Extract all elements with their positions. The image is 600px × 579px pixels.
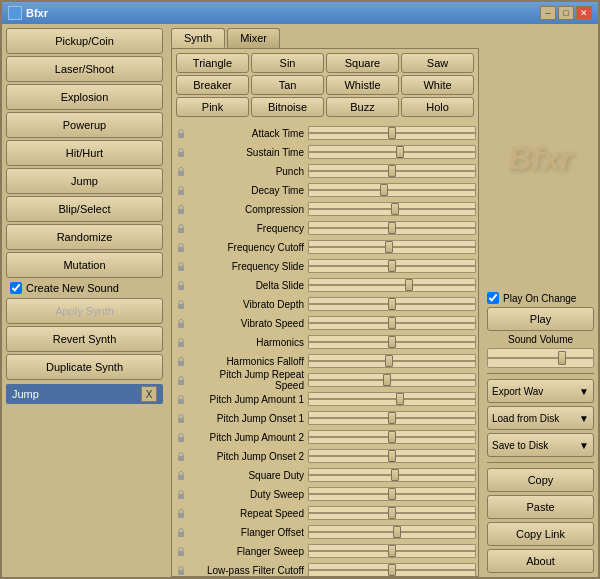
breaker-btn[interactable]: Breaker	[176, 75, 249, 95]
param-lock-icon[interactable]	[174, 525, 188, 539]
param-slider[interactable]	[308, 411, 476, 425]
revert-synth-button[interactable]: Revert Synth	[6, 326, 163, 352]
param-lock-icon[interactable]	[174, 392, 188, 406]
synth-tab[interactable]: Synth	[171, 28, 225, 48]
square-btn[interactable]: Square	[326, 53, 399, 73]
param-lock-icon[interactable]	[174, 202, 188, 216]
param-slider[interactable]	[308, 259, 476, 273]
slider-thumb[interactable]	[388, 431, 396, 443]
laser-shoot-button[interactable]: Laser/Shoot	[6, 56, 163, 82]
play-on-change-checkbox[interactable]	[487, 292, 499, 304]
slider-thumb[interactable]	[388, 165, 396, 177]
holo-btn[interactable]: Holo	[401, 97, 474, 117]
slider-thumb[interactable]	[388, 564, 396, 576]
minimize-button[interactable]: –	[540, 6, 556, 20]
slider-thumb[interactable]	[388, 336, 396, 348]
saw-btn[interactable]: Saw	[401, 53, 474, 73]
volume-slider[interactable]	[487, 348, 594, 368]
param-slider[interactable]	[308, 240, 476, 254]
param-lock-icon[interactable]	[174, 544, 188, 558]
randomize-button[interactable]: Randomize	[6, 224, 163, 250]
param-slider[interactable]	[308, 164, 476, 178]
param-slider[interactable]	[308, 354, 476, 368]
param-slider[interactable]	[308, 544, 476, 558]
duplicate-synth-button[interactable]: Duplicate Synth	[6, 354, 163, 380]
param-lock-icon[interactable]	[174, 411, 188, 425]
slider-thumb[interactable]	[388, 127, 396, 139]
apply-synth-button[interactable]: Apply Synth	[6, 298, 163, 324]
param-lock-icon[interactable]	[174, 316, 188, 330]
bitnoise-btn[interactable]: Bitnoise	[251, 97, 324, 117]
param-slider[interactable]	[308, 373, 476, 387]
jump-button[interactable]: Jump	[6, 168, 163, 194]
export-wav-button[interactable]: Export Wav ▼	[487, 379, 594, 403]
powerup-button[interactable]: Powerup	[6, 112, 163, 138]
param-lock-icon[interactable]	[174, 354, 188, 368]
create-new-sound-checkbox[interactable]	[10, 282, 22, 294]
param-slider[interactable]	[308, 202, 476, 216]
volume-thumb[interactable]	[558, 351, 566, 365]
close-button[interactable]: ✕	[576, 6, 592, 20]
slider-thumb[interactable]	[385, 241, 393, 253]
whistle-btn[interactable]: Whistle	[326, 75, 399, 95]
param-slider[interactable]	[308, 145, 476, 159]
param-slider[interactable]	[308, 468, 476, 482]
triangle-btn[interactable]: Triangle	[176, 53, 249, 73]
mutation-button[interactable]: Mutation	[6, 252, 163, 278]
pink-btn[interactable]: Pink	[176, 97, 249, 117]
param-slider[interactable]	[308, 126, 476, 140]
param-slider[interactable]	[308, 506, 476, 520]
copy-link-button[interactable]: Copy Link	[487, 522, 594, 546]
about-button[interactable]: About	[487, 549, 594, 573]
slider-thumb[interactable]	[388, 298, 396, 310]
slider-thumb[interactable]	[388, 260, 396, 272]
maximize-button[interactable]: □	[558, 6, 574, 20]
slider-thumb[interactable]	[396, 393, 404, 405]
slider-thumb[interactable]	[388, 507, 396, 519]
param-lock-icon[interactable]	[174, 183, 188, 197]
save-to-disk-button[interactable]: Save to Disk ▼	[487, 433, 594, 457]
param-lock-icon[interactable]	[174, 506, 188, 520]
param-lock-icon[interactable]	[174, 430, 188, 444]
param-slider[interactable]	[308, 316, 476, 330]
param-lock-icon[interactable]	[174, 259, 188, 273]
param-slider[interactable]	[308, 278, 476, 292]
slider-thumb[interactable]	[396, 146, 404, 158]
load-from-disk-button[interactable]: Load from Disk ▼	[487, 406, 594, 430]
paste-button[interactable]: Paste	[487, 495, 594, 519]
slider-thumb[interactable]	[391, 469, 399, 481]
param-lock-icon[interactable]	[174, 563, 188, 576]
param-slider[interactable]	[308, 487, 476, 501]
param-slider[interactable]	[308, 563, 476, 576]
param-lock-icon[interactable]	[174, 278, 188, 292]
param-slider[interactable]	[308, 183, 476, 197]
param-slider[interactable]	[308, 525, 476, 539]
mixer-tab[interactable]: Mixer	[227, 28, 280, 48]
param-lock-icon[interactable]	[174, 126, 188, 140]
param-lock-icon[interactable]	[174, 221, 188, 235]
param-slider[interactable]	[308, 430, 476, 444]
param-lock-icon[interactable]	[174, 373, 188, 387]
param-slider[interactable]	[308, 392, 476, 406]
param-lock-icon[interactable]	[174, 468, 188, 482]
slider-thumb[interactable]	[388, 488, 396, 500]
param-lock-icon[interactable]	[174, 449, 188, 463]
remove-sound-button[interactable]: X	[141, 386, 157, 402]
param-lock-icon[interactable]	[174, 335, 188, 349]
slider-thumb[interactable]	[385, 355, 393, 367]
param-slider[interactable]	[308, 221, 476, 235]
param-lock-icon[interactable]	[174, 487, 188, 501]
blip-select-button[interactable]: Blip/Select	[6, 196, 163, 222]
param-slider[interactable]	[308, 335, 476, 349]
slider-thumb[interactable]	[388, 412, 396, 424]
copy-button[interactable]: Copy	[487, 468, 594, 492]
param-slider[interactable]	[308, 449, 476, 463]
param-lock-icon[interactable]	[174, 297, 188, 311]
tan-btn[interactable]: Tan	[251, 75, 324, 95]
buzz-btn[interactable]: Buzz	[326, 97, 399, 117]
slider-thumb[interactable]	[388, 317, 396, 329]
slider-thumb[interactable]	[383, 374, 391, 386]
slider-thumb[interactable]	[391, 203, 399, 215]
slider-thumb[interactable]	[405, 279, 413, 291]
param-slider[interactable]	[308, 297, 476, 311]
